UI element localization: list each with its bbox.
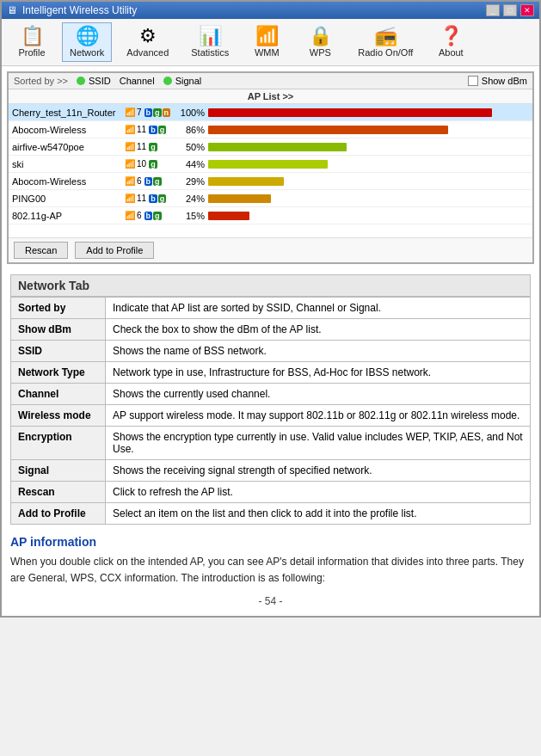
ap-signal-bar — [208, 177, 284, 186]
ap-icons: 📶6bg — [124, 210, 175, 222]
toolbar-item-about[interactable]: ❓ About — [427, 22, 474, 62]
window-title: Intelligent Wireless Utility — [22, 4, 137, 16]
ap-channel: 7 — [137, 108, 142, 117]
toolbar-item-radioonoff[interactable]: 📻 Radio On/Off — [350, 22, 421, 62]
mode-badge: b — [144, 177, 153, 186]
toolbar-label-network: Network — [70, 47, 104, 58]
info-table-row: RescanClick to refresh the AP list. — [11, 482, 531, 503]
ap-list-row[interactable]: Abocom-Wireless📶11bg86% — [9, 121, 532, 138]
close-button[interactable]: ✕ — [520, 4, 534, 16]
ap-panel: Sorted by >> SSID Channel Signal Show dB… — [7, 71, 534, 264]
ssid-indicator: SSID — [77, 76, 111, 86]
network-icon: 🌐 — [76, 27, 99, 46]
network-tab-title: Network Tab — [10, 274, 531, 297]
ap-list-row[interactable]: airfive-w5470poe📶11g50% — [9, 138, 532, 156]
wmm-icon: 📶 — [255, 27, 279, 46]
ap-icons: 📶11g — [124, 141, 175, 153]
rescan-button[interactable]: Rescan — [14, 242, 68, 259]
titlebar-controls: _ □ ✕ — [486, 4, 534, 16]
mode-badge: g — [149, 143, 157, 151]
ap-signal-pct: 15% — [175, 211, 208, 221]
antenna-icon: 📶 — [124, 124, 136, 136]
ap-icons: 📶11bg — [124, 124, 175, 136]
antenna-icon: 📶 — [124, 141, 136, 153]
mode-badge: g — [153, 212, 162, 220]
ap-ssid: airfive-w5470poe — [12, 142, 124, 152]
ap-ssid: ski — [12, 159, 124, 169]
ap-list-row[interactable]: Cherry_test_11n_Router📶7bgn100% — [9, 104, 532, 121]
ap-signal-pct: 50% — [175, 142, 208, 152]
toolbar-item-network[interactable]: 🌐 Network — [62, 22, 112, 62]
mode-badge: n — [163, 108, 171, 117]
show-dbm-label: Show dBm — [482, 76, 527, 86]
antenna-icon: 📶 — [124, 193, 136, 205]
ap-list-row[interactable]: PING00📶11bg24% — [9, 190, 532, 207]
sorted-by-container: Sorted by >> — [14, 76, 68, 86]
info-label: Channel — [11, 384, 106, 405]
ap-list-label: AP List >> — [248, 91, 294, 101]
show-dbm-container: Show dBm — [468, 76, 527, 86]
ap-info-section: AP information When you double click on … — [10, 535, 531, 587]
main-window: 🖥 Intelligent Wireless Utility _ □ ✕ 📋 P… — [0, 0, 541, 618]
ap-signal-pct: 86% — [175, 125, 208, 135]
toolbar-item-profile[interactable]: 📋 Profile — [9, 22, 55, 62]
mode-badge: g — [149, 160, 157, 169]
info-label: Sorted by — [11, 298, 106, 319]
ap-list-row[interactable]: 802.11g-AP📶6bg15% — [9, 207, 532, 224]
ap-signal-bar-container — [208, 126, 529, 134]
info-label: Add to Profile — [11, 503, 106, 525]
info-value: Shows the currently used channel. — [106, 384, 531, 405]
channel-indicator: Channel — [120, 76, 155, 86]
toolbar: 📋 Profile 🌐 Network ⚙ Advanced 📊 Statist… — [2, 19, 539, 66]
ap-signal-pct: 24% — [175, 194, 208, 204]
ap-signal-pct: 100% — [175, 108, 208, 118]
ap-channel: 11 — [137, 194, 146, 203]
ap-ssid: Abocom-Wireless — [12, 176, 124, 187]
toolbar-label-advanced: Advanced — [126, 47, 169, 58]
statistics-icon: 📊 — [199, 27, 222, 46]
signal-status-dot — [163, 77, 172, 85]
ap-list[interactable]: Cherry_test_11n_Router📶7bgn100%Abocom-Wi… — [9, 104, 532, 237]
toolbar-label-wmm: WMM — [255, 47, 280, 58]
info-label: SSID — [11, 341, 106, 362]
toolbar-label-profile: Profile — [18, 47, 45, 58]
toolbar-item-statistics[interactable]: 📊 Statistics — [183, 22, 237, 62]
info-table-row: Wireless modeAP support wireless mode. I… — [11, 405, 531, 427]
channel-col-label: Channel — [120, 76, 155, 86]
ap-list-header: AP List >> — [9, 89, 532, 104]
info-table-row: SignalShows the receiving signal strengt… — [11, 460, 531, 482]
info-label: Wireless mode — [11, 405, 106, 427]
ap-channel: 10 — [137, 159, 146, 169]
ap-channel: 6 — [137, 176, 142, 186]
ap-icons: 📶10g — [124, 158, 175, 170]
show-dbm-checkbox[interactable] — [468, 76, 478, 86]
ssid-col-label: SSID — [89, 76, 111, 86]
toolbar-item-advanced[interactable]: ⚙ Advanced — [119, 22, 176, 62]
ap-signal-pct: 44% — [175, 159, 208, 169]
add-to-profile-button[interactable]: Add to Profile — [75, 242, 154, 259]
main-content: Network Tab Sorted byIndicate that AP li… — [2, 269, 539, 616]
ap-icons: 📶6bg — [124, 175, 175, 187]
titlebar-title: 🖥 Intelligent Wireless Utility — [7, 4, 137, 16]
maximize-button[interactable]: □ — [503, 4, 517, 16]
toolbar-item-wps[interactable]: 🔒 WPS — [297, 22, 343, 62]
app-icon: 🖥 — [7, 4, 17, 16]
minimize-button[interactable]: _ — [486, 4, 500, 16]
advanced-icon: ⚙ — [139, 27, 157, 46]
page-number: - 54 - — [10, 595, 531, 607]
info-value: Click to refresh the AP list. — [106, 482, 531, 503]
ap-list-row[interactable]: ski📶10g44% — [9, 156, 532, 173]
mode-badge: b — [149, 194, 157, 203]
ssid-status-dot — [77, 77, 85, 85]
info-table-row: ChannelShows the currently used channel. — [11, 384, 531, 405]
ap-ssid: Cherry_test_11n_Router — [12, 108, 124, 118]
ap-list-row[interactable]: Abocom-Wireless📶6bg29% — [9, 173, 532, 190]
info-table-row: SSIDShows the name of BSS network. — [11, 341, 531, 362]
titlebar: 🖥 Intelligent Wireless Utility _ □ ✕ — [2, 2, 539, 19]
toolbar-label-about: About — [439, 47, 464, 58]
toolbar-item-wmm[interactable]: 📶 WMM — [243, 22, 290, 62]
ap-signal-bar-container — [208, 108, 529, 117]
ap-icons: 📶11bg — [124, 193, 175, 205]
radio-icon: 📻 — [374, 27, 397, 46]
ap-channel: 6 — [137, 211, 142, 220]
